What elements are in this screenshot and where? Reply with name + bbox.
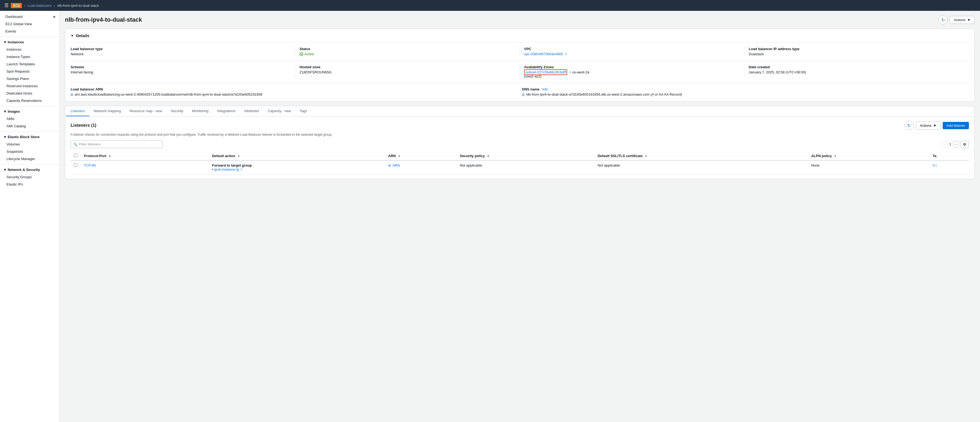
vpc-value: vpc-03854f970683e4905 ↗ xyxy=(524,52,740,56)
sidebar-label-events: Events xyxy=(5,29,16,33)
sidebar-item-ec2globalview[interactable]: EC2 Global View xyxy=(0,20,59,28)
status-label: Status xyxy=(299,47,515,51)
tab-capacity[interactable]: Capacity - new xyxy=(263,106,295,116)
th-alpn-policy[interactable]: ALPN policy ▼ xyxy=(808,152,929,160)
arn-copy-small-icon: ⧉ xyxy=(388,163,391,168)
listeners-actions-button[interactable]: Actions ▼ xyxy=(916,121,941,129)
row-security-policy-cell: Not applicable xyxy=(457,160,594,174)
status-active-indicator: Active xyxy=(299,52,515,56)
details-collapse-icon[interactable]: ▼ xyxy=(71,34,74,38)
sidebar-item-security-groups[interactable]: Security Groups xyxy=(0,173,59,181)
sidebar-label-instance-types: Instance Types xyxy=(6,55,30,59)
details-cell-vpc: VPC vpc-03854f970683e4905 ↗ xyxy=(520,47,745,56)
row-alpn-cell: None xyxy=(808,160,929,174)
listeners-title-block: Listeners (1) xyxy=(71,123,96,128)
actions-button[interactable]: Actions ▼ xyxy=(950,16,975,24)
tab-network-mapping[interactable]: Network mapping xyxy=(89,106,125,116)
vpc-link[interactable]: vpc-03854f970683e4905 ↗ xyxy=(524,52,567,56)
tags-link[interactable]: 0 t xyxy=(933,163,936,168)
target-group-link[interactable]: ipv4-instance-tg ↗ xyxy=(214,168,242,171)
collapse-arrow: ◀ xyxy=(53,15,55,18)
az-subnet-link[interactable]: subnet-027c5fe86c9fcbdff ↗ xyxy=(524,70,572,74)
date-value: January 7, 2025, 02:58 (UTC+08:00) xyxy=(749,70,964,74)
sidebar-item-snapshots[interactable]: Snapshots xyxy=(0,148,59,155)
sidebar-section-network-security[interactable]: ▼ Network & Security xyxy=(0,166,59,173)
sidebar-section-label-images: ▼ Images xyxy=(3,109,20,113)
table-header-row: Protocol:Port ▼ Default action ▼ ARN ▼ xyxy=(71,152,969,160)
select-all-checkbox[interactable] xyxy=(74,153,77,157)
sidebar: Dashboard ◀ EC2 Global View Events ▼ Ins… xyxy=(0,11,59,422)
row-checkbox[interactable] xyxy=(74,163,77,167)
sidebar-item-events[interactable]: Events xyxy=(0,28,59,35)
sidebar-item-dashboard[interactable]: Dashboard ◀ xyxy=(0,13,59,20)
breadcrumb-current: nlb-from-ipv4-to-dual-stack xyxy=(57,3,99,8)
th-ssl-cert[interactable]: Default SSL/TLS certificate ▼ xyxy=(595,152,808,160)
next-page-button[interactable]: › xyxy=(953,141,959,148)
breadcrumb-load-balancers[interactable]: Load balancers xyxy=(28,3,52,8)
prev-page-button[interactable]: ‹ xyxy=(942,141,948,148)
sidebar-item-amis[interactable]: AMIs xyxy=(0,115,59,122)
listeners-refresh-button[interactable]: ↻ xyxy=(905,121,914,130)
sidebar-item-launch-templates[interactable]: Launch Templates xyxy=(0,61,59,68)
sidebar-item-elastic-ips[interactable]: Elastic IPs xyxy=(0,181,59,188)
th-default-action[interactable]: Default action ▼ xyxy=(208,152,385,160)
ec2-badge[interactable]: EC2 xyxy=(11,3,22,8)
row-protocol-port-cell: TCP:80 xyxy=(81,160,208,174)
sidebar-item-ami-catalog[interactable]: AMI Catalog xyxy=(0,122,59,130)
listeners-actions-label: Actions xyxy=(920,123,932,128)
sidebar-label-volumes: Volumes xyxy=(6,142,20,146)
tab-attributes[interactable]: Attributes xyxy=(240,106,263,116)
arn-text: arn:aws:elasticloadbalancing:us-west-2:4… xyxy=(75,93,262,96)
tab-integrations[interactable]: Integrations xyxy=(213,106,240,116)
protocol-port-link[interactable]: TCP:80 xyxy=(84,163,96,168)
sidebar-item-lifecycle-manager[interactable]: Lifecycle Manager xyxy=(0,155,59,163)
dns-info-link[interactable]: Info xyxy=(542,87,548,91)
th-arn[interactable]: ARN ▼ xyxy=(385,152,457,160)
tab-tags[interactable]: Tags xyxy=(295,106,311,116)
table-settings-button[interactable]: ⚙ xyxy=(961,141,969,148)
status-checkmark-icon xyxy=(299,52,303,56)
sidebar-item-volumes[interactable]: Volumes xyxy=(0,141,59,148)
filter-listeners-input[interactable] xyxy=(71,140,162,148)
arn-col-link[interactable]: ARN xyxy=(393,163,400,168)
status-text: Active xyxy=(304,52,314,56)
sidebar-section-label-instances: ▼ Instances xyxy=(3,40,24,44)
sidebar-section-instances[interactable]: ▼ Instances xyxy=(0,38,59,46)
hamburger-menu-icon[interactable]: ☰ xyxy=(4,2,9,8)
th-security-policy[interactable]: Security policy ▼ xyxy=(457,152,594,160)
sidebar-divider-4 xyxy=(0,164,59,165)
arn-value: ⧉ arn:aws:elasticloadbalancing:us-west-2… xyxy=(71,93,518,97)
vpc-label: VPC xyxy=(524,47,740,51)
tab-resource-map[interactable]: Resource map - new xyxy=(125,106,166,116)
sidebar-item-savings-plans[interactable]: Savings Plans xyxy=(0,75,59,82)
th-arn-label: ARN xyxy=(388,154,396,158)
sidebar-item-spot-requests[interactable]: Spot Requests xyxy=(0,68,59,75)
sidebar-item-instances[interactable]: Instances xyxy=(0,46,59,53)
details-title-text: Details xyxy=(76,33,89,38)
sidebar-section-images[interactable]: ▼ Images xyxy=(0,108,59,115)
sidebar-item-capacity-reservations[interactable]: Capacity Reservations xyxy=(0,97,59,104)
tab-listeners[interactable]: Listeners xyxy=(66,106,89,116)
details-cell-status: Status Active xyxy=(295,47,520,56)
hosted-zone-value: Z18D5FSROUN65G xyxy=(299,70,515,74)
th-protocol-port[interactable]: Protocol:Port ▼ xyxy=(81,152,208,160)
row-ssl-cert-cell: Not applicable xyxy=(595,160,808,174)
refresh-button[interactable]: ↻ xyxy=(938,15,948,24)
details-cell-ip-type: Load balancer IP address type Dualstack xyxy=(745,47,969,56)
sidebar-label-savings-plans: Savings Plans xyxy=(6,77,29,81)
sidebar-label-dedicated-hosts: Dedicated Hosts xyxy=(6,91,32,95)
add-listener-button[interactable]: Add listener xyxy=(943,122,969,129)
sidebar-section-label-ebs: ▼ Elastic Block Store xyxy=(3,135,40,139)
row-tags-cell: 0 t xyxy=(929,160,969,174)
sidebar-item-dedicated-hosts[interactable]: Dedicated Hosts xyxy=(0,90,59,97)
dns-copy-icon[interactable]: ⧉ xyxy=(522,93,524,97)
tab-monitoring[interactable]: Monitoring xyxy=(188,106,213,116)
sidebar-label-amis: AMIs xyxy=(6,117,14,121)
arn-copy-icon[interactable]: ⧉ xyxy=(71,93,73,97)
sidebar-item-instance-types[interactable]: Instance Types xyxy=(0,53,59,61)
sidebar-section-ebs[interactable]: ▼ Elastic Block Store xyxy=(0,133,59,141)
listeners-table: Protocol:Port ▼ Default action ▼ ARN ▼ xyxy=(71,152,969,174)
subnet-external-link-icon: ↗ xyxy=(569,71,571,74)
tab-security[interactable]: Security xyxy=(166,106,188,116)
sidebar-item-reserved-instances[interactable]: Reserved Instances xyxy=(0,82,59,90)
